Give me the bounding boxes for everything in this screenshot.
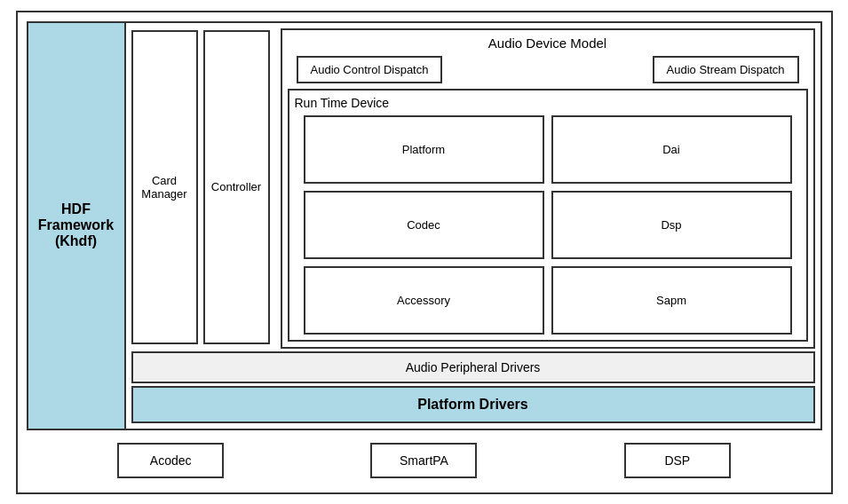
top-section: HDFFramework(Khdf) CardManager Controlle… [27, 21, 822, 430]
card-manager-label: CardManager [141, 174, 186, 201]
col-cards: CardManager Controller [126, 23, 275, 351]
audio-device-model: Audio Device Model Audio Control Dispatc… [281, 28, 815, 349]
diagram: HDFFramework(Khdf) CardManager Controlle… [16, 11, 833, 494]
controller-box: Controller [203, 30, 270, 344]
adm-title: Audio Device Model [288, 35, 808, 51]
platform-box: Platform [304, 115, 544, 184]
bottom-section: Acodec SmartPA DSP [27, 437, 822, 484]
audio-control-dispatch: Audio Control Dispatch [297, 56, 443, 83]
rtd-title: Run Time Device [295, 96, 801, 110]
sapm-box: Sapm [551, 266, 792, 335]
platform-drivers: Platform Drivers [131, 386, 815, 423]
middle-row: CardManager Controller Audio Device Mode… [126, 23, 820, 351]
dai-box: Dai [551, 115, 792, 184]
smartpa-box: SmartPA [370, 443, 477, 478]
rtd-grid: Platform Dai Codec Dsp [295, 115, 801, 335]
codec-box: Codec [304, 191, 544, 259]
acodec-box: Acodec [117, 443, 224, 478]
dsp-bottom-box: DSP [624, 443, 731, 478]
run-time-device: Run Time Device Platform Dai Codec [288, 89, 808, 342]
hdf-label: HDFFramework(Khdf) [38, 201, 114, 249]
dsp-box: Dsp [551, 191, 792, 259]
hdf-sidebar: HDFFramework(Khdf) [28, 23, 126, 429]
card-manager-box: CardManager [131, 30, 198, 344]
controller-label: Controller [211, 180, 261, 193]
audio-stream-dispatch: Audio Stream Dispatch [653, 56, 799, 83]
accessory-box: Accessory [304, 266, 544, 335]
right-of-hdf: CardManager Controller Audio Device Mode… [126, 23, 820, 429]
dispatch-row: Audio Control Dispatch Audio Stream Disp… [288, 56, 808, 83]
peripheral-drivers: Audio Peripheral Drivers [131, 351, 815, 383]
